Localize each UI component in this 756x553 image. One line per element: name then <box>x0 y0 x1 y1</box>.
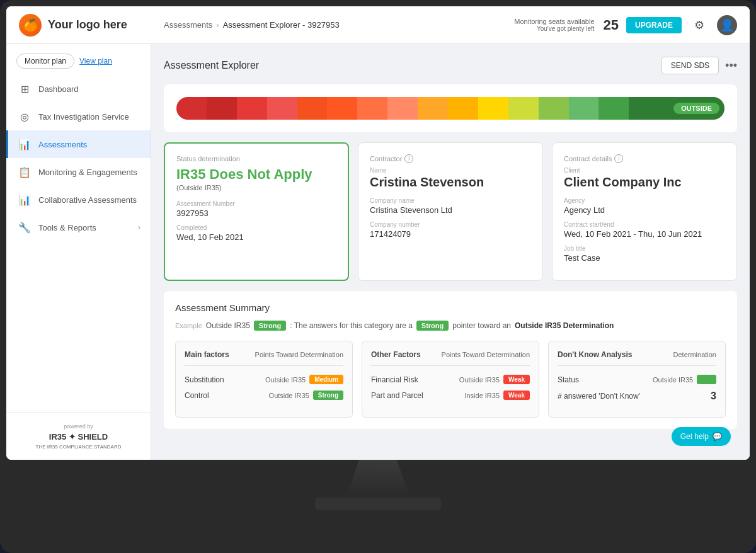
factor-direction: Outside IR35 <box>265 376 306 384</box>
monitoring-seats-info: Monitoring seats available You've got pl… <box>514 18 594 32</box>
completed-value: Wed, 10 Feb 2021 <box>176 232 336 242</box>
monitoring-icon: 📋 <box>18 166 31 178</box>
breadcrumb-parent[interactable]: Assessments <box>164 20 212 30</box>
contract-dates-value: Wed, 10 Feb 2021 - Thu, 10 Jun 2021 <box>564 229 725 239</box>
shield-tagline: THE IR35 COMPLIANCE STANDARD <box>36 444 122 450</box>
agency-label: Agency <box>564 197 725 204</box>
gauge-container: OUTSIDE <box>164 84 737 132</box>
green-block-badge <box>697 375 716 384</box>
gauge-segment-8 <box>387 97 418 120</box>
monitoring-seats-sublabel: You've got plenty left <box>514 25 594 32</box>
contractor-name: Cristina Stevenson <box>370 175 531 190</box>
medium-badge: Medium <box>309 375 343 384</box>
weak-badge: Weak <box>503 375 530 384</box>
sidebar-item-label: Assessments <box>38 140 140 149</box>
gauge-segment-2 <box>207 97 237 120</box>
strong-badge-2: Strong <box>416 321 449 331</box>
factor-label: Substitution <box>185 375 224 384</box>
breadcrumb-separator: › <box>216 20 219 30</box>
other-factors-card: Other Factors Points Toward Determinatio… <box>362 341 539 418</box>
user-button[interactable]: 👤 <box>717 15 737 35</box>
gauge-segment-13 <box>539 97 569 120</box>
gauge-segment-14 <box>569 97 599 120</box>
powered-by-text: powered by <box>64 423 93 430</box>
cards-row: Status determination IR35 Does Not Apply… <box>164 142 737 281</box>
job-title-value: Test Case <box>564 253 725 263</box>
status-card: Status determination IR35 Does Not Apply… <box>164 142 349 281</box>
sidebar-item-label: Monitoring & Engagements <box>38 168 140 177</box>
factor-direction: Outside IR35 <box>269 392 309 399</box>
sidebar-item-collaborative[interactable]: 📊 Collaborative Assessments <box>6 186 151 214</box>
contractor-card-label: Contractor i <box>370 154 531 163</box>
sidebar-item-dashboard[interactable]: ⊞ Dashboard <box>6 75 151 103</box>
gauge-segment-12 <box>508 97 539 120</box>
other-factors-col-header: Points Toward Determination <box>442 351 530 358</box>
client-label: Client <box>564 167 725 174</box>
gauge-segment-16: OUTSIDE <box>629 97 724 120</box>
table-row: Control Outside IR35 Strong <box>185 391 343 400</box>
assessment-number-label: Assessment Number <box>176 200 336 207</box>
sidebar-item-label: Tax Investigation Service <box>38 112 140 122</box>
table-row: Financial Risk Outside IR35 Weak <box>371 375 530 384</box>
get-help-button[interactable]: Get help 💬 <box>672 427 731 446</box>
monitor-stand <box>346 460 410 498</box>
view-plan-link[interactable]: View plan <box>79 57 112 66</box>
sidebar-item-tools[interactable]: 🔧 Tools & Reports › <box>6 214 151 241</box>
table-row: Substitution Outside IR35 Medium <box>185 375 343 384</box>
send-sds-button[interactable]: SEND SDS <box>662 57 719 74</box>
sidebar-item-label: Collaborative Assessments <box>38 195 140 205</box>
logo-text: Your logo here <box>48 18 127 31</box>
company-number-value: 171424079 <box>370 229 531 239</box>
breadcrumb-current: Assessment Explorer - 3927953 <box>223 20 340 30</box>
assessment-number-value: 3927953 <box>176 208 336 218</box>
status-card-label: Status determination <box>176 155 336 162</box>
logo-area: 🍊 Your logo here <box>19 14 164 37</box>
client-name: Client Company Inc <box>564 175 725 190</box>
weak-badge: Weak <box>503 391 530 400</box>
sidebar-item-assessments[interactable]: 📊 Assessments <box>6 130 151 158</box>
chat-icon: 💬 <box>713 432 722 441</box>
gauge-segment-5 <box>297 97 328 120</box>
outside-determination-text: Outside IR35 Determination <box>515 321 614 330</box>
monitoring-seats-label: Monitoring seats available <box>514 18 594 25</box>
gauge-segment-6 <box>327 97 357 120</box>
upgrade-button[interactable]: UPGRADE <box>626 17 682 33</box>
gauge-segment-9 <box>418 97 448 120</box>
other-factors-header: Other Factors <box>371 350 421 359</box>
gauge-badge: OUTSIDE <box>673 103 719 114</box>
more-options-button[interactable]: ••• <box>725 59 737 72</box>
dont-know-header: Don't Know Analysis <box>558 350 632 359</box>
sidebar-item-label: Tools & Reports <box>38 223 130 232</box>
chevron-right-icon: › <box>138 223 140 232</box>
company-name-label: Company name <box>370 197 531 204</box>
strong-badge-1: Strong <box>254 321 286 331</box>
dont-know-card: Don't Know Analysis Determination Status… <box>548 341 726 418</box>
shield-brand-text: IR35 ✦ SHIELD <box>49 432 108 442</box>
settings-button[interactable]: ⚙ <box>689 15 709 35</box>
ir35-result: IR35 Does Not Apply <box>176 166 336 183</box>
shield-logo: IR35 ✦ SHIELD <box>49 432 108 442</box>
summary-section: Assessment Summary Example Outside IR35 … <box>164 291 737 429</box>
breadcrumb: Assessments › Assessment Explorer - 3927… <box>164 20 514 30</box>
contract-card-label: Contract details i <box>564 154 725 163</box>
sidebar-item-monitoring[interactable]: 📋 Monitoring & Engagements <box>6 158 151 186</box>
collaborative-icon: 📊 <box>18 193 31 206</box>
factor-label: Part and Parcel <box>371 391 423 400</box>
company-name-value: Cristina Stevenson Ltd <box>370 205 531 215</box>
factor-direction: Outside IR35 <box>653 376 693 384</box>
table-row: Part and Parcel Inside IR35 Weak <box>371 391 530 400</box>
tax-icon: ◎ <box>18 110 31 123</box>
gauge-segment-15 <box>598 97 629 120</box>
job-title-label: Job title <box>564 245 725 252</box>
gauge-segment-4 <box>267 97 297 120</box>
sidebar-item-tax[interactable]: ◎ Tax Investigation Service <box>6 103 151 130</box>
factor-direction: Inside IR35 <box>464 392 500 399</box>
strong-badge: Strong <box>313 391 343 400</box>
main-factors-card: Main factors Points Toward Determination… <box>175 341 353 418</box>
assessments-icon: 📊 <box>18 138 31 151</box>
gauge-bar: OUTSIDE <box>176 97 724 120</box>
agency-value: Agency Ltd <box>564 205 725 215</box>
sidebar: Monitor plan View plan ⊞ Dashboard ◎ Tax… <box>6 44 151 460</box>
table-row: # answered 'Don't Know' 3 <box>558 391 716 402</box>
monitor-plan-button[interactable]: Monitor plan <box>16 54 74 69</box>
